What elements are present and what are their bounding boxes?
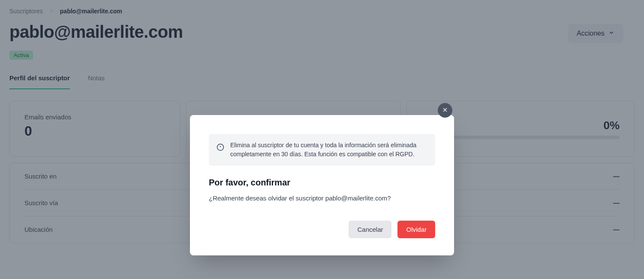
close-icon <box>442 106 448 115</box>
modal-body: ¿Realmente deseas olvidar el suscriptor … <box>209 194 435 202</box>
info-icon <box>217 143 224 153</box>
info-box: Elimina al suscriptor de tu cuenta y tod… <box>209 134 435 166</box>
forget-button[interactable]: Olvidar <box>397 221 435 238</box>
cancel-button[interactable]: Cancelar <box>349 221 391 238</box>
close-button[interactable] <box>438 103 452 118</box>
info-text: Elimina al suscriptor de tu cuenta y tod… <box>230 141 427 159</box>
modal-overlay[interactable]: Elimina al suscriptor de tu cuenta y tod… <box>0 0 644 279</box>
confirm-modal: Elimina al suscriptor de tu cuenta y tod… <box>190 115 454 255</box>
modal-title: Por favor, confirmar <box>209 178 435 188</box>
